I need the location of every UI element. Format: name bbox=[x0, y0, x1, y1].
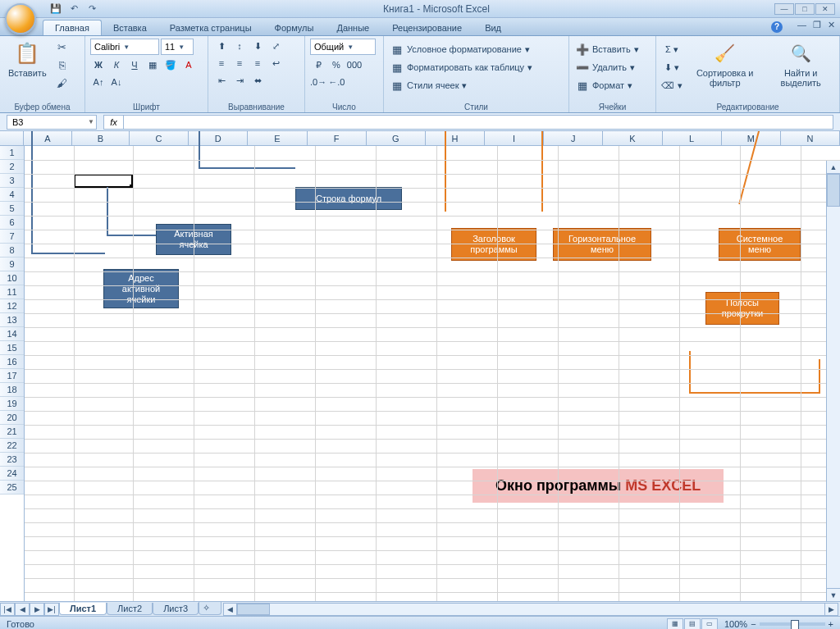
paste-button[interactable]: 📋 Вставить bbox=[5, 39, 50, 80]
doc-close-button[interactable]: ✕ bbox=[828, 20, 835, 30]
align-left-icon[interactable]: ≡ bbox=[213, 56, 230, 71]
format-painter-icon[interactable]: 🖌 bbox=[53, 75, 71, 91]
row-header[interactable]: 1 bbox=[0, 146, 24, 160]
format-cells-button[interactable]: ▦Формат ▾ bbox=[574, 78, 634, 93]
decrease-indent-icon[interactable]: ⇤ bbox=[213, 73, 230, 88]
orientation-icon[interactable]: ⤢ bbox=[267, 39, 284, 53]
align-top-icon[interactable]: ⬆ bbox=[213, 39, 230, 53]
row-header[interactable]: 14 bbox=[0, 327, 24, 341]
row-header[interactable]: 7 bbox=[0, 230, 24, 244]
col-header[interactable]: G bbox=[367, 131, 426, 145]
sheet-tab[interactable]: Лист3 bbox=[153, 603, 199, 615]
row-header[interactable]: 8 bbox=[0, 244, 24, 258]
sheet-tab[interactable]: Лист1 bbox=[59, 603, 107, 615]
active-cell[interactable] bbox=[74, 174, 133, 188]
scroll-right-icon[interactable]: ▶ bbox=[824, 604, 838, 615]
conditional-formatting-button[interactable]: ▦Условное форматирование ▾ bbox=[389, 42, 532, 57]
sheet-tab[interactable]: Лист2 bbox=[107, 603, 153, 615]
align-middle-icon[interactable]: ↕ bbox=[231, 39, 248, 53]
cells-area[interactable]: Строка формул Активная ячейка Адрес акти… bbox=[25, 146, 840, 601]
number-format-combo[interactable]: Общий▼ bbox=[310, 39, 376, 55]
row-header[interactable]: 13 bbox=[0, 313, 24, 327]
row-header[interactable]: 5 bbox=[0, 202, 24, 216]
autosum-icon[interactable]: Σ ▾ bbox=[661, 42, 682, 57]
fill-icon[interactable]: ⬇ ▾ bbox=[661, 60, 682, 75]
row-header[interactable]: 6 bbox=[0, 216, 24, 230]
doc-minimize-button[interactable]: — bbox=[797, 20, 806, 30]
horizontal-scrollbar[interactable]: ◀ ▶ bbox=[223, 603, 838, 616]
underline-button[interactable]: Ч bbox=[126, 57, 143, 72]
minimize-button[interactable]: — bbox=[774, 3, 794, 15]
row-header[interactable]: 25 bbox=[0, 481, 24, 495]
align-bottom-icon[interactable]: ⬇ bbox=[249, 39, 266, 53]
row-header[interactable]: 16 bbox=[0, 355, 24, 369]
clear-icon[interactable]: ⌫ ▾ bbox=[661, 78, 682, 93]
close-button[interactable]: ✕ bbox=[815, 3, 835, 15]
tab-data[interactable]: Данные bbox=[325, 21, 381, 35]
normal-view-icon[interactable]: ▦ bbox=[667, 618, 683, 630]
increase-decimal-icon[interactable]: .0→ bbox=[310, 75, 326, 89]
row-header[interactable]: 20 bbox=[0, 411, 24, 425]
redo-icon[interactable]: ↷ bbox=[85, 2, 98, 16]
tab-formulas[interactable]: Формулы bbox=[263, 21, 326, 35]
doc-restore-button[interactable]: ❐ bbox=[813, 20, 821, 30]
vertical-scrollbar[interactable]: ▲ ▼ bbox=[826, 161, 840, 601]
zoom-level[interactable]: 100% bbox=[724, 619, 747, 629]
percent-icon[interactable]: % bbox=[328, 57, 345, 72]
col-header[interactable]: D bbox=[189, 131, 248, 145]
decrease-decimal-icon[interactable]: ←.0 bbox=[328, 75, 345, 89]
zoom-in-icon[interactable]: + bbox=[829, 619, 833, 629]
row-header[interactable]: 15 bbox=[0, 341, 24, 355]
page-layout-view-icon[interactable]: ▤ bbox=[684, 618, 701, 630]
scroll-thumb[interactable] bbox=[237, 604, 270, 615]
decrease-font-icon[interactable]: A↓ bbox=[108, 75, 125, 89]
delete-cells-button[interactable]: ➖Удалить ▾ bbox=[574, 60, 637, 75]
row-header[interactable]: 17 bbox=[0, 369, 24, 383]
col-header[interactable]: I bbox=[485, 131, 544, 145]
increase-font-icon[interactable]: A↑ bbox=[90, 75, 107, 89]
sheet-nav-last-icon[interactable]: ▶| bbox=[44, 603, 59, 616]
zoom-out-icon[interactable]: − bbox=[751, 619, 756, 629]
tab-page-layout[interactable]: Разметка страницы bbox=[158, 21, 263, 35]
row-header[interactable]: 11 bbox=[0, 285, 24, 299]
row-header[interactable]: 10 bbox=[0, 271, 24, 285]
zoom-slider[interactable] bbox=[760, 622, 825, 626]
scroll-down-icon[interactable]: ▼ bbox=[827, 588, 840, 601]
row-header[interactable]: 21 bbox=[0, 425, 24, 439]
cut-icon[interactable]: ✂ bbox=[53, 39, 71, 55]
sheet-nav-first-icon[interactable]: |◀ bbox=[0, 603, 15, 616]
cell-styles-button[interactable]: ▦Стили ячеек ▾ bbox=[389, 78, 468, 93]
bold-button[interactable]: Ж bbox=[90, 57, 107, 72]
help-icon[interactable]: ? bbox=[771, 21, 783, 33]
format-as-table-button[interactable]: ▦Форматировать как таблицу ▾ bbox=[389, 60, 534, 75]
name-box[interactable]: B3▼ bbox=[7, 115, 97, 130]
scroll-up-icon[interactable]: ▲ bbox=[827, 161, 840, 174]
row-header[interactable]: 12 bbox=[0, 299, 24, 313]
sort-filter-button[interactable]: 🧹 Сортировка и фильтр bbox=[686, 39, 764, 89]
office-button[interactable] bbox=[5, 3, 36, 34]
row-header[interactable]: 9 bbox=[0, 258, 24, 271]
row-header[interactable]: 18 bbox=[0, 383, 24, 397]
font-color-icon[interactable]: A bbox=[180, 57, 197, 72]
wrap-text-icon[interactable]: ↩ bbox=[267, 56, 284, 71]
sheet-nav-prev-icon[interactable]: ◀ bbox=[15, 603, 30, 616]
border-icon[interactable]: ▦ bbox=[144, 57, 161, 72]
save-icon[interactable]: 💾 bbox=[49, 2, 62, 16]
scroll-left-icon[interactable]: ◀ bbox=[224, 604, 237, 615]
row-header[interactable]: 23 bbox=[0, 453, 24, 467]
row-header[interactable]: 24 bbox=[0, 467, 24, 481]
col-header[interactable]: B bbox=[72, 131, 130, 145]
increase-indent-icon[interactable]: ⇥ bbox=[231, 73, 248, 88]
row-header[interactable]: 3 bbox=[0, 174, 24, 188]
row-header[interactable]: 2 bbox=[0, 160, 24, 174]
scroll-thumb[interactable] bbox=[827, 174, 840, 207]
tab-review[interactable]: Рецензирование bbox=[381, 21, 473, 35]
align-center-icon[interactable]: ≡ bbox=[231, 56, 248, 71]
fx-icon[interactable]: fx bbox=[104, 116, 124, 129]
row-header[interactable]: 4 bbox=[0, 188, 24, 202]
sheet-nav-next-icon[interactable]: ▶ bbox=[30, 603, 44, 616]
insert-cells-button[interactable]: ➕Вставить ▾ bbox=[574, 42, 641, 57]
fill-color-icon[interactable]: 🪣 bbox=[162, 57, 179, 72]
merge-icon[interactable]: ⬌ bbox=[249, 73, 266, 88]
col-header[interactable]: K bbox=[603, 131, 662, 145]
